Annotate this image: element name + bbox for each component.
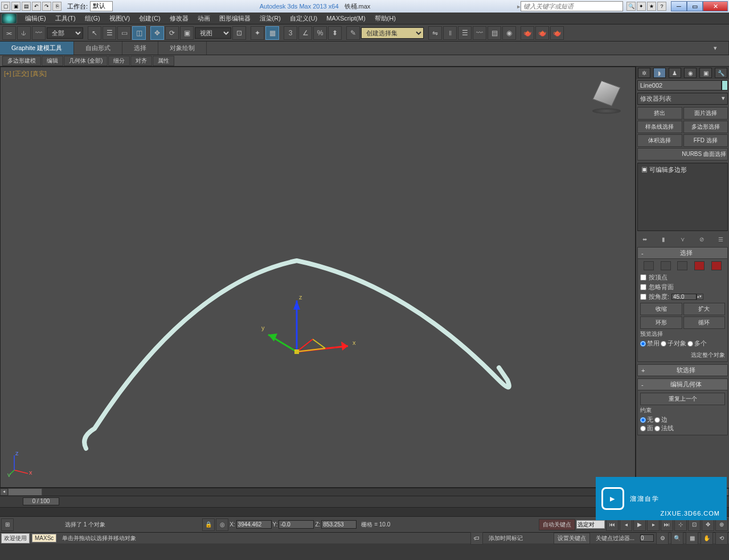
info-icon[interactable]: ? [657,2,666,11]
menu-tools[interactable]: 工具(T) [51,13,80,24]
nav-orbit-icon[interactable]: ⟲ [715,532,728,545]
link-icon[interactable]: ⎘ [52,2,62,11]
select-name-icon[interactable]: ☰ [103,26,116,40]
select-icon[interactable]: ↖ [88,26,101,40]
coord-x-input[interactable] [236,520,272,529]
unlink-icon[interactable]: ⫝ [17,26,31,40]
btn-extrude[interactable]: 挤出 [637,107,682,120]
select-link-icon[interactable]: ⫘ [2,26,16,40]
btn-shrink[interactable]: 收缩 [640,303,682,315]
keyfilter-button[interactable]: 关键点过滤器... [592,534,638,542]
lock-ui-icon[interactable]: ⊞ [1,518,14,531]
menu-grapheditors[interactable]: 图形编辑器 [215,13,255,24]
selection-filter-dropdown[interactable]: 全部 [47,27,83,39]
ribbon-graphite[interactable]: Graphite 建模工具 [0,42,74,55]
spinner-snap-icon[interactable]: ⬍ [328,26,342,40]
tab-utilities-icon[interactable]: 🔧 [715,68,727,78]
btn-grow[interactable]: 扩大 [683,303,726,315]
ribbon-freeform[interactable]: 自由形式 [74,42,122,55]
setkey-button[interactable]: 设置关键点 [554,533,590,544]
menu-edit[interactable]: 编辑(E) [21,13,51,24]
chk-ignoreback[interactable] [640,284,646,290]
sub-props[interactable]: 属性 [153,56,174,66]
ribbon-expand-icon[interactable]: ▾ [702,42,729,55]
maxscript-label[interactable]: MAXSc [32,534,56,542]
layers-icon[interactable]: ☰ [458,26,472,40]
edit-sel-icon[interactable]: ✎ [346,26,360,40]
star-icon[interactable]: ★ [647,2,656,11]
rad-none[interactable] [640,417,646,423]
make-unique-icon[interactable]: ⋎ [678,234,688,244]
menu-render[interactable]: 渲染(R) [255,13,285,24]
viewport[interactable]: [+] [正交] [真实] x y z x [0,67,636,488]
menu-customize[interactable]: 自定义(U) [285,13,322,24]
tab-hierarchy-icon[interactable]: ♟ [669,68,681,78]
render-frame-icon[interactable]: 🫖 [535,26,549,40]
subobj-poly-icon[interactable] [694,261,705,270]
maximize-button[interactable]: ▭ [687,1,703,11]
lock-sel-icon[interactable]: 🔒 [202,518,215,531]
menu-animation[interactable]: 动画 [193,13,215,24]
subobj-border-icon[interactable] [677,261,687,270]
btn-ffdsel[interactable]: FFD 选择 [683,134,728,147]
toggle-icon[interactable]: ✦ [637,2,646,11]
sub-edit[interactable]: 编辑 [42,56,63,66]
align-icon[interactable]: ⫴ [443,26,457,40]
frame-input[interactable] [640,534,654,542]
render-icon[interactable]: 🫖 [550,26,564,40]
stack-item[interactable]: ▣ 可编辑多边形 [639,164,726,175]
angle-spinner[interactable]: ▴▾ [697,294,703,300]
menu-create[interactable]: 创建(C) [134,13,165,24]
scale-icon[interactable]: ▣ [180,26,194,40]
coord-z-input[interactable] [321,520,357,529]
angle-input[interactable] [671,294,697,300]
timetag-icon[interactable]: 🏷 [470,532,483,545]
bind-icon[interactable]: 〰 [32,26,46,40]
named-sel-dropdown[interactable]: 创建选择集 [361,27,424,39]
scroll-left-icon[interactable]: ◂ [0,488,8,496]
tab-modify-icon[interactable]: ◗ [653,68,666,78]
autokey-button[interactable]: 自动关键点 [539,519,575,530]
btn-patchsel[interactable]: 面片选择 [683,107,728,120]
snap-3-icon[interactable]: 3 [284,26,297,40]
mirror-icon[interactable]: ⇋ [428,26,442,40]
rad-subobj[interactable] [661,341,666,347]
btn-polysel[interactable]: 多边形选择 [683,121,728,133]
nav-zoomall-icon[interactable]: ▦ [686,532,698,545]
open-icon[interactable]: ▣ [11,2,21,11]
window-crossing-icon[interactable]: ◫ [132,26,146,40]
object-color-swatch[interactable] [722,80,728,90]
subobj-element-icon[interactable] [711,261,722,270]
nav-pan-icon[interactable]: ✋ [701,532,713,545]
rad-edge[interactable] [654,417,660,423]
menu-group[interactable]: 组(G) [80,13,105,24]
sub-polymodel[interactable]: 多边形建模 [2,56,41,66]
sub-geometry[interactable]: 几何体 (全部) [64,56,108,66]
sub-subdiv[interactable]: 细分 [108,56,130,66]
percent-snap-icon[interactable]: % [313,26,327,40]
angle-snap-icon[interactable]: ∠ [298,26,312,40]
modifier-list-dropdown[interactable]: 修改器列表 [637,93,728,105]
pivot-icon[interactable]: ⊡ [232,26,246,40]
scroll-thumb[interactable] [8,488,42,496]
btn-repeat[interactable]: 重复上一个 [640,393,725,405]
pin-stack-icon[interactable]: ⬌ [640,234,650,244]
help-icon[interactable]: 🔍 [626,2,636,11]
sub-align[interactable]: 对齐 [130,56,152,66]
viewport-label[interactable]: [+] [正交] [真实] [4,69,47,78]
ref-coord-dropdown[interactable]: 视图 [195,27,231,39]
ribbon-paint[interactable]: 对象绘制 [158,42,207,55]
render-setup-icon[interactable]: 🫖 [521,26,534,40]
chk-byvertex[interactable] [640,274,646,281]
rotate-icon[interactable]: ⟳ [165,26,179,40]
select-region-icon[interactable]: ▭ [117,26,131,40]
ribbon-selection[interactable]: 选择 [122,42,158,55]
menu-help[interactable]: 帮助(H) [370,13,400,24]
iso-sel-icon[interactable]: ◎ [216,518,228,531]
menu-maxscript[interactable]: MAXScript(M) [322,14,370,23]
viewcube[interactable] [589,79,624,113]
btn-loop[interactable]: 循环 [683,316,726,329]
keymode-icon[interactable]: ▦ [265,26,279,40]
curve-editor-icon[interactable]: 〰 [473,26,486,40]
close-button[interactable]: ✕ [703,1,728,11]
